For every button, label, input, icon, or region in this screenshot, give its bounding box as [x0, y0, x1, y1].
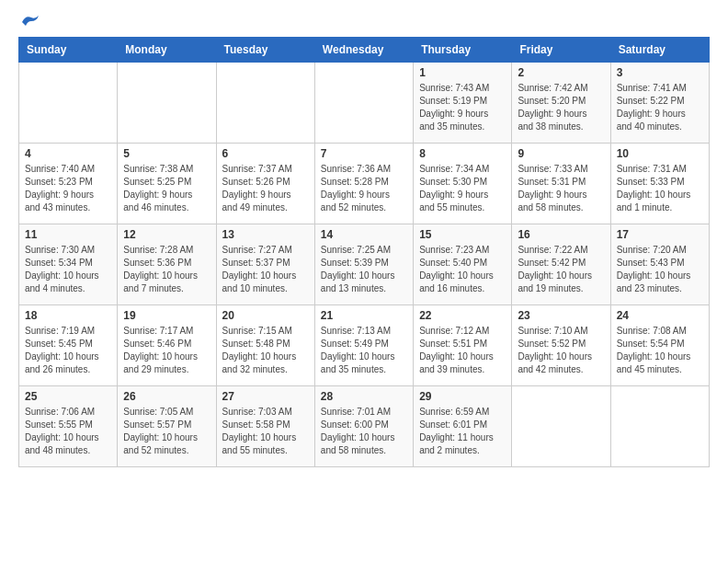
- col-header-tuesday: Tuesday: [216, 38, 314, 63]
- day-number: 11: [25, 228, 111, 241]
- calendar-cell: 19Sunrise: 7:17 AM Sunset: 5:46 PM Dayli…: [118, 305, 216, 386]
- day-number: 3: [617, 66, 703, 79]
- day-number: 2: [518, 66, 604, 79]
- day-number: 19: [123, 309, 210, 322]
- calendar-cell: 14Sunrise: 7:25 AM Sunset: 5:39 PM Dayli…: [314, 224, 413, 305]
- day-info: Sunrise: 7:20 AM Sunset: 5:43 PM Dayligh…: [617, 244, 703, 295]
- calendar-cell: 7Sunrise: 7:36 AM Sunset: 5:28 PM Daylig…: [314, 144, 413, 224]
- calendar-cell: 12Sunrise: 7:28 AM Sunset: 5:36 PM Dayli…: [118, 224, 216, 305]
- calendar-cell: [512, 386, 610, 467]
- day-info: Sunrise: 7:05 AM Sunset: 5:57 PM Dayligh…: [123, 406, 210, 457]
- day-number: 15: [419, 228, 506, 241]
- col-header-monday: Monday: [118, 38, 216, 63]
- calendar-cell: 24Sunrise: 7:08 AM Sunset: 5:54 PM Dayli…: [610, 305, 709, 386]
- col-header-wednesday: Wednesday: [314, 38, 413, 63]
- calendar-cell: 23Sunrise: 7:10 AM Sunset: 5:52 PM Dayli…: [512, 305, 610, 386]
- day-info: Sunrise: 7:33 AM Sunset: 5:31 PM Dayligh…: [518, 163, 604, 214]
- day-info: Sunrise: 7:31 AM Sunset: 5:33 PM Dayligh…: [617, 163, 703, 214]
- day-info: Sunrise: 7:19 AM Sunset: 5:45 PM Dayligh…: [25, 325, 111, 376]
- calendar-week-row: 18Sunrise: 7:19 AM Sunset: 5:45 PM Dayli…: [19, 305, 710, 386]
- col-header-sunday: Sunday: [19, 38, 118, 63]
- calendar-cell: 20Sunrise: 7:15 AM Sunset: 5:48 PM Dayli…: [216, 305, 314, 386]
- calendar-cell: [216, 63, 314, 144]
- calendar-week-row: 25Sunrise: 7:06 AM Sunset: 5:55 PM Dayli…: [19, 386, 710, 467]
- day-info: Sunrise: 7:13 AM Sunset: 5:49 PM Dayligh…: [321, 325, 407, 376]
- calendar-cell: 25Sunrise: 7:06 AM Sunset: 5:55 PM Dayli…: [19, 386, 118, 467]
- day-number: 4: [25, 147, 111, 160]
- calendar-cell: 9Sunrise: 7:33 AM Sunset: 5:31 PM Daylig…: [512, 144, 610, 224]
- calendar-cell: 2Sunrise: 7:42 AM Sunset: 5:20 PM Daylig…: [512, 63, 610, 144]
- calendar-cell: [19, 63, 118, 144]
- day-info: Sunrise: 6:59 AM Sunset: 6:01 PM Dayligh…: [419, 406, 506, 457]
- calendar-cell: 16Sunrise: 7:22 AM Sunset: 5:42 PM Dayli…: [512, 224, 610, 305]
- calendar-cell: 6Sunrise: 7:37 AM Sunset: 5:26 PM Daylig…: [216, 144, 314, 224]
- day-number: 27: [222, 390, 309, 403]
- calendar-cell: 18Sunrise: 7:19 AM Sunset: 5:45 PM Dayli…: [19, 305, 118, 386]
- day-number: 9: [518, 147, 604, 160]
- day-number: 8: [419, 147, 506, 160]
- calendar-cell: 11Sunrise: 7:30 AM Sunset: 5:34 PM Dayli…: [19, 224, 118, 305]
- day-info: Sunrise: 7:17 AM Sunset: 5:46 PM Dayligh…: [123, 325, 210, 376]
- day-info: Sunrise: 7:15 AM Sunset: 5:48 PM Dayligh…: [222, 325, 309, 376]
- day-number: 20: [222, 309, 309, 322]
- day-info: Sunrise: 7:25 AM Sunset: 5:39 PM Dayligh…: [321, 244, 407, 295]
- day-number: 23: [518, 309, 604, 322]
- calendar-cell: [314, 63, 413, 144]
- calendar-cell: [610, 386, 709, 467]
- col-header-friday: Friday: [512, 38, 610, 63]
- day-number: 18: [25, 309, 111, 322]
- day-number: 21: [321, 309, 407, 322]
- logo-bird-icon: [20, 13, 40, 29]
- calendar-cell: 28Sunrise: 7:01 AM Sunset: 6:00 PM Dayli…: [314, 386, 413, 467]
- day-info: Sunrise: 7:10 AM Sunset: 5:52 PM Dayligh…: [518, 325, 604, 376]
- calendar-week-row: 1Sunrise: 7:43 AM Sunset: 5:19 PM Daylig…: [19, 63, 710, 144]
- col-header-thursday: Thursday: [414, 38, 512, 63]
- day-number: 13: [222, 228, 309, 241]
- calendar-cell: 4Sunrise: 7:40 AM Sunset: 5:23 PM Daylig…: [19, 144, 118, 224]
- calendar-header-row: SundayMondayTuesdayWednesdayThursdayFrid…: [19, 38, 710, 63]
- calendar-cell: 17Sunrise: 7:20 AM Sunset: 5:43 PM Dayli…: [610, 224, 709, 305]
- calendar-table: SundayMondayTuesdayWednesdayThursdayFrid…: [18, 37, 710, 467]
- calendar-cell: 8Sunrise: 7:34 AM Sunset: 5:30 PM Daylig…: [414, 144, 512, 224]
- day-number: 22: [419, 309, 506, 322]
- calendar-cell: 10Sunrise: 7:31 AM Sunset: 5:33 PM Dayli…: [610, 144, 709, 224]
- day-number: 1: [419, 66, 506, 79]
- calendar-cell: 21Sunrise: 7:13 AM Sunset: 5:49 PM Dayli…: [314, 305, 413, 386]
- day-info: Sunrise: 7:37 AM Sunset: 5:26 PM Dayligh…: [222, 163, 309, 214]
- day-number: 25: [25, 390, 111, 403]
- day-number: 16: [518, 228, 604, 241]
- day-number: 7: [321, 147, 407, 160]
- calendar-cell: 1Sunrise: 7:43 AM Sunset: 5:19 PM Daylig…: [414, 63, 512, 144]
- day-info: Sunrise: 7:03 AM Sunset: 5:58 PM Dayligh…: [222, 406, 309, 457]
- calendar-week-row: 4Sunrise: 7:40 AM Sunset: 5:23 PM Daylig…: [19, 144, 710, 224]
- calendar-cell: 3Sunrise: 7:41 AM Sunset: 5:22 PM Daylig…: [610, 63, 709, 144]
- col-header-saturday: Saturday: [610, 38, 709, 63]
- day-number: 24: [617, 309, 703, 322]
- day-number: 14: [321, 228, 407, 241]
- day-number: 29: [419, 390, 506, 403]
- day-info: Sunrise: 7:41 AM Sunset: 5:22 PM Dayligh…: [617, 82, 703, 133]
- day-info: Sunrise: 7:06 AM Sunset: 5:55 PM Dayligh…: [25, 406, 111, 457]
- calendar-cell: 26Sunrise: 7:05 AM Sunset: 5:57 PM Dayli…: [118, 386, 216, 467]
- day-info: Sunrise: 7:12 AM Sunset: 5:51 PM Dayligh…: [419, 325, 506, 376]
- calendar-cell: 27Sunrise: 7:03 AM Sunset: 5:58 PM Dayli…: [216, 386, 314, 467]
- logo: [18, 15, 40, 28]
- day-number: 5: [123, 147, 210, 160]
- page-header: [18, 15, 710, 28]
- day-number: 26: [123, 390, 210, 403]
- calendar-cell: 5Sunrise: 7:38 AM Sunset: 5:25 PM Daylig…: [118, 144, 216, 224]
- day-info: Sunrise: 7:22 AM Sunset: 5:42 PM Dayligh…: [518, 244, 604, 295]
- day-info: Sunrise: 7:36 AM Sunset: 5:28 PM Dayligh…: [321, 163, 407, 214]
- day-info: Sunrise: 7:42 AM Sunset: 5:20 PM Dayligh…: [518, 82, 604, 133]
- day-number: 28: [321, 390, 407, 403]
- day-number: 12: [123, 228, 210, 241]
- day-info: Sunrise: 7:40 AM Sunset: 5:23 PM Dayligh…: [25, 163, 111, 214]
- calendar-week-row: 11Sunrise: 7:30 AM Sunset: 5:34 PM Dayli…: [19, 224, 710, 305]
- day-number: 6: [222, 147, 309, 160]
- day-info: Sunrise: 7:38 AM Sunset: 5:25 PM Dayligh…: [123, 163, 210, 214]
- day-info: Sunrise: 7:30 AM Sunset: 5:34 PM Dayligh…: [25, 244, 111, 295]
- day-info: Sunrise: 7:28 AM Sunset: 5:36 PM Dayligh…: [123, 244, 210, 295]
- calendar-cell: [118, 63, 216, 144]
- day-info: Sunrise: 7:01 AM Sunset: 6:00 PM Dayligh…: [321, 406, 407, 457]
- calendar-cell: 22Sunrise: 7:12 AM Sunset: 5:51 PM Dayli…: [414, 305, 512, 386]
